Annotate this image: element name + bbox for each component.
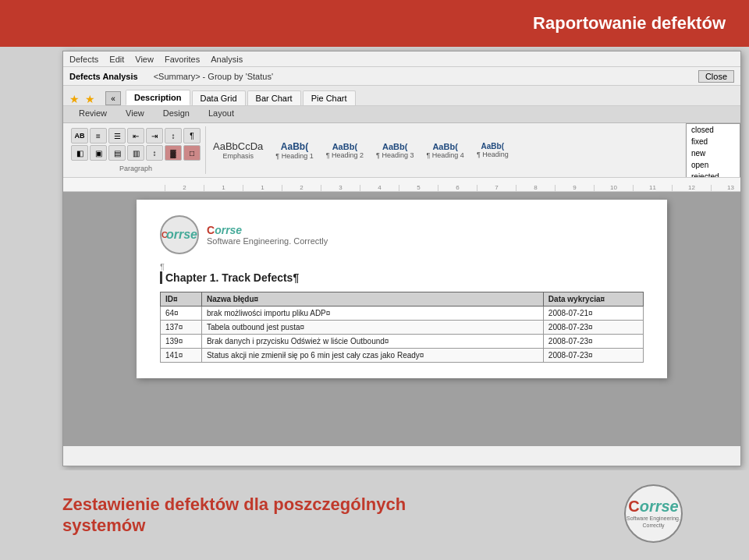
dropdown-item-new[interactable]: new (687, 147, 740, 159)
pilcrow-mark: ¶ (160, 262, 644, 271)
table-cell: 2008-07-23¤ (543, 321, 643, 335)
table-row: 139¤Brak danych i przycisku Odśwież w li… (161, 335, 644, 349)
table-cell: Tabela outbound jest pusta¤ (201, 321, 543, 335)
ruler-mark: 4 (360, 185, 399, 191)
table-cell: Brak danych i przycisku Odśwież w liście… (201, 335, 543, 349)
style-heading2[interactable]: AaBb( ¶ Heading 2 (321, 140, 369, 161)
tb-btn-indent2[interactable]: ⇥ (146, 128, 163, 144)
logo-area: C orrse Corrse Software Engineering. Cor… (160, 215, 644, 254)
ruler-mark: 2 (165, 185, 204, 191)
ribbon-tab-review[interactable]: Review (69, 106, 116, 122)
bottom-logo-text: Corrse (628, 498, 678, 516)
style-preview-h3: AaBb( (382, 142, 407, 151)
ruler-mark: 11 (633, 185, 672, 191)
page-title: Raportowanie defektów (533, 13, 726, 34)
top-banner: Raportowanie defektów (0, 0, 749, 47)
ruler-mark: 9 (555, 185, 594, 191)
style-name-h2: ¶ Heading 2 (326, 151, 364, 159)
menu-defects[interactable]: Defects (69, 55, 98, 64)
bottom-text: Zestawienie defektów dla poszczególnych … (62, 494, 624, 536)
table-cell: brak możliwości importu pliku ADP¤ (201, 307, 543, 321)
menu-view[interactable]: View (135, 55, 154, 64)
menu-analysis[interactable]: Analysis (211, 55, 243, 64)
style-preview-emphasis: AaBbCcDa (213, 140, 263, 152)
table-cell: 139¤ (161, 335, 202, 349)
style-heading4[interactable]: AaBb( ¶ Heading 4 (421, 140, 469, 161)
ruler-mark: 5 (399, 185, 438, 191)
tb-btn-justify[interactable]: ▥ (127, 145, 144, 161)
table-header-id: ID¤ (161, 292, 202, 307)
tb-btn-spacing[interactable]: ↕ (146, 145, 163, 161)
ruler-mark: 8 (516, 185, 555, 191)
star-icon-1[interactable]: ★ (69, 93, 82, 105)
style-heading5[interactable]: AaBb( ¶ Heading (471, 140, 514, 161)
table-cell: 2008-07-23¤ (543, 349, 643, 363)
company-logo: C orrse (160, 215, 199, 254)
tab-piechart[interactable]: Pie Chart (303, 90, 356, 105)
table-row: 64¤brak możliwości importu pliku ADP¤200… (161, 307, 644, 321)
ruler-marks: 2 1 1 2 3 4 5 6 7 8 9 10 11 12 13 (165, 178, 740, 191)
ribbon-tab-layout[interactable]: Layout (199, 106, 243, 122)
tb-btn-align-left[interactable]: ◧ (71, 145, 88, 161)
ruler-mark: 13 (711, 185, 740, 191)
ribbon-tabs: Review View Design Layout (63, 106, 740, 123)
tb-btn-align-right[interactable]: ▤ (108, 145, 126, 161)
tab-datagrid[interactable]: Data Grid (192, 90, 246, 105)
style-heading1[interactable]: AaBb( ¶ Heading 1 (270, 139, 318, 162)
tb-btn-list2[interactable]: ☰ (108, 128, 126, 144)
table-cell: 64¤ (161, 307, 202, 321)
nav-back-button[interactable]: « (105, 91, 121, 105)
paragraph-label: Paragraph (119, 165, 152, 172)
tab-barchart[interactable]: Bar Chart (247, 90, 301, 105)
style-preview-h1: AaBb( (281, 141, 308, 152)
app-title: Defects Analysis (69, 72, 138, 81)
bottom-logo-subtitle: Software Engineering. Correctly (626, 516, 681, 529)
table-cell: 137¤ (161, 321, 202, 335)
tab-description[interactable]: Description (126, 90, 190, 105)
style-preview-h2: AaBb( (332, 142, 357, 151)
table-cell: 2008-07-21¤ (543, 307, 643, 321)
dropdown-item-fixed[interactable]: fixed (687, 136, 740, 147)
tb-btn-sort[interactable]: ↕ (165, 128, 182, 144)
style-name-emphasis: Emphasis (222, 152, 254, 160)
close-button[interactable]: Close (698, 70, 734, 83)
bottom-logo-circle: Corrse Software Engineering. Correctly (624, 484, 683, 543)
menu-edit[interactable]: Edit (109, 55, 124, 64)
ribbon-group-format: AB ≡ ☰ ⇤ ⇥ ↕ ¶ ◧ ▣ ▤ ▥ ↕ ▓ □ P (66, 126, 206, 174)
bottom-title-line1: Zestawienie defektów dla poszczególnych (62, 494, 624, 515)
ruler-mark: 6 (438, 185, 477, 191)
ruler-mark: 1 (204, 185, 243, 191)
table-row: 137¤Tabela outbound jest pusta¤2008-07-2… (161, 321, 644, 335)
tb-btn-indent1[interactable]: ⇤ (127, 128, 144, 144)
table-cell: 141¤ (161, 349, 202, 363)
menu-bar: Defects Edit View Favorites Analysis (63, 51, 740, 67)
tb-btn-list1[interactable]: ≡ (90, 128, 107, 144)
ribbon-tab-design[interactable]: Design (154, 106, 199, 122)
tb-btn-align-center[interactable]: ▣ (90, 145, 107, 161)
document-page: C orrse Corrse Software Engineering. Cor… (137, 200, 667, 378)
dropdown-item-closed[interactable]: closed (687, 124, 740, 136)
ruler-mark: 10 (594, 185, 633, 191)
table-row: 141¤Status akcji nie zmienił się po 6 mi… (161, 349, 644, 363)
star-icon-2[interactable]: ★ (85, 93, 98, 105)
table-cell: 2008-07-23¤ (543, 335, 643, 349)
style-heading3[interactable]: AaBb( ¶ Heading 3 (371, 140, 419, 161)
ribbon-tab-view[interactable]: View (116, 106, 154, 122)
defect-table: ID¤ Nazwa błędu¤ Data wykrycia¤ 64¤brak … (160, 292, 644, 363)
ruler-mark: 1 (243, 185, 282, 191)
menu-favorites[interactable]: Favorites (165, 55, 200, 64)
style-name-h5: ¶ Heading (477, 151, 509, 158)
tab-bar: ★ ★ « Description Data Grid Bar Chart Pi… (63, 86, 740, 106)
main-window: Defects Edit View Favorites Analysis Def… (62, 51, 741, 466)
style-emphasis[interactable]: AaBbCcDa Emphasis (208, 138, 268, 162)
title-bar: Defects Analysis <Summary> - Group by 'S… (63, 67, 740, 86)
document-area[interactable]: C orrse Corrse Software Engineering. Cor… (63, 192, 740, 446)
tb-btn-border[interactable]: □ (183, 145, 201, 161)
dropdown-item-open[interactable]: open (687, 159, 740, 171)
tb-btn-pilcrow[interactable]: ¶ (183, 128, 201, 144)
tb-btn-shade[interactable]: ▓ (165, 145, 182, 161)
tb-btn-ab[interactable]: AB (71, 128, 88, 144)
ruler-mark: 7 (477, 185, 516, 191)
dropdown-item-rejected[interactable]: rejected (687, 171, 740, 178)
bottom-section: Zestawienie defektów dla poszczególnych … (0, 470, 749, 560)
